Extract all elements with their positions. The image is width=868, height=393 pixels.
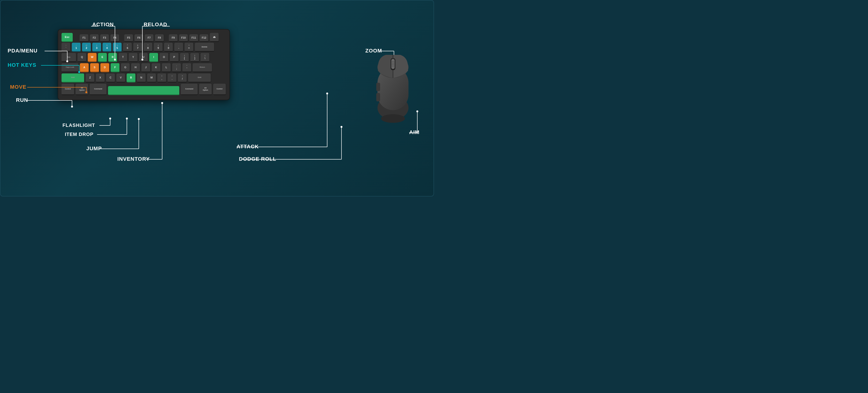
key-s: S: [90, 63, 99, 72]
key-0: )0: [164, 43, 173, 52]
svg-rect-55: [376, 93, 380, 101]
svg-point-37: [341, 126, 342, 128]
key-f10: F10: [179, 34, 188, 42]
key-rbrace: }]: [190, 53, 199, 62]
key-y: Y: [129, 53, 138, 62]
label-run: RUN: [16, 97, 28, 103]
key-plus: +=: [185, 43, 194, 52]
key-7: &7: [133, 43, 142, 52]
svg-point-56: [381, 114, 405, 123]
keyboard-wrapper: Esc F1 F2 F3 F4 F5 F6 F7 F8 F9 F10 F11 F…: [58, 29, 230, 100]
label-aim: AIM: [409, 129, 420, 135]
key-f6: F6: [134, 34, 144, 42]
key-shift-left: Shift: [62, 73, 85, 83]
svg-rect-49: [391, 59, 395, 69]
key-4: $4: [102, 43, 112, 52]
key-h: H: [131, 63, 140, 72]
key-slash: ?/: [178, 73, 187, 83]
key-f3: F3: [100, 34, 109, 42]
key-t: T: [119, 53, 128, 62]
key-k: K: [152, 63, 161, 72]
key-i: I: [149, 53, 158, 62]
zxcv-row: Shift Z X C V B N M <, >. ?/ Shift: [62, 73, 226, 83]
key-space: [108, 86, 180, 95]
key-f4: F4: [111, 34, 120, 42]
asdf-row: Caps Lock A S D F G H J K L :; "' Return: [62, 63, 226, 72]
key-f12: F12: [199, 34, 209, 42]
svg-point-22: [109, 118, 111, 119]
number-row: ~` !1 @2 #3 $4 %5 ^6 &7 *8 (9 )0 _- += D…: [62, 43, 226, 52]
svg-point-25: [126, 118, 128, 119]
key-5: %5: [113, 43, 122, 52]
key-c: C: [106, 73, 115, 83]
key-tilde: ~`: [62, 43, 70, 52]
mouse-svg: [367, 36, 419, 127]
key-period: >.: [168, 73, 177, 83]
key-u: U: [139, 53, 148, 62]
fn-row: Esc F1 F2 F3 F4 F5 F6 F7 F8 F9 F10 F11 F…: [62, 33, 226, 42]
keyboard: Esc F1 F2 F3 F4 F5 F6 F7 F8 F9 F10 F11 F…: [58, 29, 230, 100]
svg-point-11: [71, 105, 73, 108]
key-q: Q: [78, 53, 87, 62]
key-w: W: [88, 53, 97, 62]
key-g: G: [121, 63, 130, 72]
key-e: E: [98, 53, 107, 62]
key-eject: ⏏: [210, 33, 219, 42]
label-move: MOVE: [10, 84, 27, 90]
key-cmd-left: Command: [90, 84, 107, 95]
svg-rect-54: [376, 83, 380, 91]
label-attack: ATTACK: [237, 144, 259, 150]
key-cmd-right: Command: [181, 84, 198, 95]
key-minus: _-: [174, 43, 183, 52]
key-a: A: [80, 63, 89, 72]
key-d: D: [100, 63, 110, 72]
label-inventory: INVENTORY: [117, 156, 150, 162]
key-f1: F1: [80, 34, 89, 42]
key-enter: Return: [193, 63, 212, 72]
key-f7: F7: [145, 34, 154, 42]
label-reload: RELOAD: [144, 22, 167, 27]
label-item-drop: ITEM DROP: [65, 132, 93, 137]
key-z: Z: [86, 73, 95, 83]
key-6: ^6: [123, 43, 132, 52]
key-ctrl-right: Control: [213, 84, 226, 95]
key-x: X: [96, 73, 105, 83]
key-quote: "': [182, 63, 191, 72]
svg-point-31: [161, 102, 163, 104]
label-flashlight: FLASHLIGHT: [62, 123, 95, 128]
key-o: O: [159, 53, 168, 62]
label-hot-keys: HOT KEYS: [8, 62, 36, 68]
key-tab: Tab: [62, 53, 76, 62]
key-2: @2: [82, 43, 91, 52]
key-b: B: [127, 73, 136, 83]
key-semicolon: :;: [172, 63, 181, 72]
key-f: F: [111, 63, 120, 72]
key-ctrl-left: Control: [62, 84, 74, 95]
svg-point-28: [138, 118, 140, 120]
key-f5: F5: [124, 34, 133, 42]
key-j: J: [142, 63, 151, 72]
svg-point-34: [326, 93, 328, 94]
modifier-row: Control AltOption Command Command AltOpt…: [62, 84, 226, 95]
key-1: !1: [72, 43, 81, 52]
key-9: (9: [154, 43, 163, 52]
key-8: *8: [144, 43, 153, 52]
key-f9: F9: [169, 34, 178, 42]
key-p: P: [170, 53, 179, 62]
key-3: #3: [92, 43, 101, 52]
key-m: M: [147, 73, 156, 83]
label-dodge-roll: DODGE ROLL: [239, 156, 276, 162]
key-backspace: Delete: [195, 43, 214, 52]
key-alt-left: AltOption: [75, 84, 89, 95]
main-container: Esc F1 F2 F3 F4 F5 F6 F7 F8 F9 F10 F11 F…: [0, 0, 434, 196]
key-r: R: [108, 53, 117, 62]
label-jump: JUMP: [86, 146, 102, 151]
key-lbrace: {[: [180, 53, 189, 62]
qwerty-row: Tab Q W E R T Y U I O P {[ }] |\: [62, 53, 226, 62]
key-pipe: |\: [200, 53, 210, 62]
label-action: ACTION: [92, 22, 114, 27]
key-f8: F8: [155, 34, 164, 42]
key-v: V: [116, 73, 125, 83]
key-capslock: Caps Lock: [62, 63, 79, 72]
key-n: N: [137, 73, 146, 83]
